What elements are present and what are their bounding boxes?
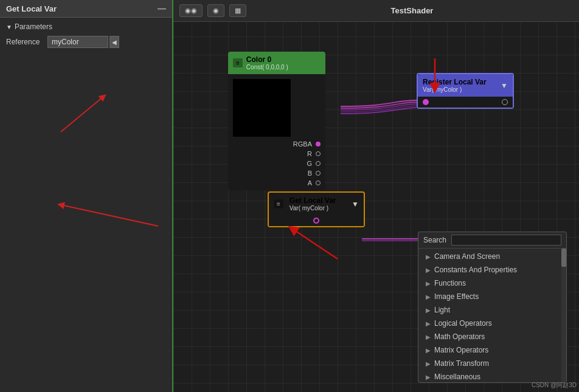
search-header: Search <box>418 232 566 249</box>
register-wrapper: Register Local Var Var( myColor ) ▼ <box>417 73 514 109</box>
search-list-item[interactable]: ▶Matrix Transform <box>418 357 566 370</box>
search-item-arrow-icon: ▶ <box>426 307 431 314</box>
panel-title-text: Get Local Var <box>6 4 57 13</box>
minimize-button[interactable]: — <box>158 4 166 13</box>
getvar-output-port[interactable] <box>313 218 319 224</box>
search-item-label: Logical Operators <box>434 319 492 328</box>
search-item-arrow-icon: ▶ <box>426 360 431 367</box>
circles-icon: ◉◉ <box>185 7 197 15</box>
window-title: TestShader <box>251 6 573 15</box>
svg-line-2 <box>61 97 103 132</box>
search-item-arrow-icon: ▶ <box>426 374 431 380</box>
reference-select-wrapper: myColor ◀ <box>47 36 119 48</box>
color0-title: Color 0 <box>246 55 288 64</box>
search-item-arrow-icon: ▶ <box>426 280 431 287</box>
register-port-row <box>418 97 513 108</box>
search-item-arrow-icon: ▶ <box>426 294 431 300</box>
search-popup: Search ▶Camera And Screen▶Constants And … <box>418 232 567 383</box>
getvar-port-bottom <box>269 215 364 226</box>
search-item-arrow-icon: ▶ <box>426 347 431 354</box>
search-item-label: Math Operators <box>434 332 485 341</box>
port-r-label: R <box>307 150 312 157</box>
main-canvas[interactable]: ◉◉ ◉ ▦ TestShader <box>173 0 579 392</box>
search-item-label: Image Effects <box>434 292 479 301</box>
search-item-label: Camera And Screen <box>434 252 500 261</box>
port-g: G <box>228 159 325 168</box>
register-header: Register Local Var Var( myColor ) ▼ <box>418 74 513 97</box>
reference-select[interactable]: myColor <box>47 36 108 48</box>
port-rgba-label: RGBA <box>293 140 312 148</box>
register-dropdown-icon[interactable]: ▼ <box>501 81 508 90</box>
watermark: CSDN @阿赵3D <box>532 381 577 390</box>
port-a: A <box>228 178 325 188</box>
search-list-item[interactable]: ▶Matrix Operators <box>418 343 566 357</box>
color0-preview <box>233 79 291 137</box>
getvar-title: Get Local Var <box>290 196 348 205</box>
search-list-item[interactable]: ▶Math Operators <box>418 330 566 343</box>
search-item-arrow-icon: ▶ <box>426 320 431 327</box>
parameters-section: Parameters Reference myColor ◀ <box>0 18 172 53</box>
search-label: Search <box>423 236 448 244</box>
search-item-label: Constants And Properties <box>434 266 517 274</box>
port-g-label: G <box>307 160 312 167</box>
left-panel: Get Local Var — Parameters Reference myC… <box>0 0 173 392</box>
search-list-item[interactable]: ▶Logical Operators <box>418 317 566 330</box>
color0-subtitle: Const( 0,0,0,0 ) <box>246 64 288 70</box>
port-r: R <box>228 149 325 159</box>
search-list-item[interactable]: ▶Light <box>418 303 566 317</box>
top-toolbar: ◉◉ ◉ ▦ TestShader <box>173 0 579 22</box>
search-list-item[interactable]: ▶Miscellaneous <box>418 370 566 382</box>
port-g-dot[interactable] <box>316 161 321 166</box>
color0-node: ≡ Color 0 Const( 0,0,0,0 ) RGBA R G B <box>228 52 325 190</box>
port-r-dot[interactable] <box>316 151 321 156</box>
search-item-arrow-icon: ▶ <box>426 253 431 260</box>
toolbar-btn-circles[interactable]: ◉◉ <box>179 4 203 17</box>
reference-label: Reference <box>6 38 43 46</box>
grid-icon: ▦ <box>235 7 241 15</box>
search-input[interactable] <box>451 235 561 246</box>
port-rgba: RGBA <box>228 139 325 149</box>
port-b-dot[interactable] <box>316 171 321 176</box>
getvar-node: ≡ Get Local Var Var( myColor ) ▼ <box>268 191 365 227</box>
search-item-label: Light <box>434 306 450 314</box>
reference-arrow-button[interactable]: ◀ <box>109 36 119 48</box>
search-list-item[interactable]: ▶Constants And Properties <box>418 263 566 277</box>
toolbar-btn-grid[interactable]: ▦ <box>229 4 246 17</box>
search-item-label: Matrix Transform <box>434 359 489 368</box>
search-item-arrow-icon: ▶ <box>426 334 431 340</box>
color0-body: RGBA R G B A <box>228 74 325 190</box>
search-scrollbar-thumb[interactable] <box>561 249 566 267</box>
getvar-menu-icon[interactable]: ≡ <box>274 199 283 208</box>
svg-line-3 <box>61 205 158 226</box>
port-b-label: B <box>308 170 312 177</box>
search-list-item[interactable]: ▶Camera And Screen <box>418 250 566 263</box>
color0-header: ≡ Color 0 Const( 0,0,0,0 ) <box>228 52 325 74</box>
circle-icon: ◉ <box>213 7 219 15</box>
panel-title-bar: Get Local Var — <box>0 0 172 18</box>
search-list-item[interactable]: ▶Image Effects <box>418 290 566 303</box>
getvar-header: ≡ Get Local Var Var( myColor ) ▼ <box>269 193 364 215</box>
getvar-wrapper: ≡ Get Local Var Var( myColor ) ▼ <box>268 191 365 227</box>
left-arrows-overlay <box>0 53 173 392</box>
getvar-dropdown-icon[interactable]: ▼ <box>352 200 359 208</box>
register-output-port[interactable] <box>502 99 508 105</box>
left-panel-body <box>0 53 172 392</box>
register-title: Register Local Var <box>423 78 487 86</box>
getvar-subtitle: Var( myColor ) <box>290 205 348 211</box>
port-a-dot[interactable] <box>316 181 321 185</box>
port-a-label: A <box>308 179 312 187</box>
search-list-item[interactable]: ▶Functions <box>418 277 566 290</box>
color0-menu-icon[interactable]: ≡ <box>233 58 243 67</box>
search-item-label: Matrix Operators <box>434 346 488 354</box>
reference-row: Reference myColor ◀ <box>6 36 166 48</box>
search-scrollbar[interactable] <box>561 249 566 382</box>
search-item-label: Miscellaneous <box>434 373 480 381</box>
search-item-arrow-icon: ▶ <box>426 267 431 273</box>
register-input-port[interactable] <box>423 99 429 105</box>
port-b: B <box>228 168 325 178</box>
search-list: ▶Camera And Screen▶Constants And Propert… <box>418 249 566 382</box>
port-rgba-dot[interactable] <box>316 142 321 146</box>
register-node: Register Local Var Var( myColor ) ▼ <box>417 73 514 109</box>
search-item-label: Functions <box>434 279 466 287</box>
toolbar-btn-circle[interactable]: ◉ <box>207 4 224 17</box>
